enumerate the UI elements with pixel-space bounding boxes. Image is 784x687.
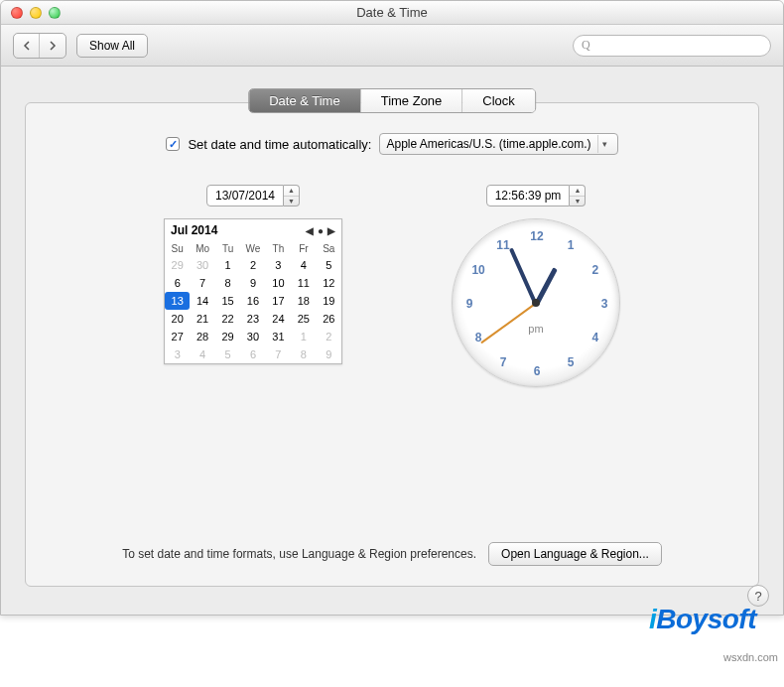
cal-next-icon[interactable]: ▶	[327, 225, 335, 236]
calendar-day[interactable]: 3	[165, 345, 190, 363]
cal-prev-icon[interactable]: ◀	[306, 225, 314, 236]
calendar-day[interactable]: 25	[291, 310, 316, 328]
calendar-day[interactable]: 9	[317, 345, 341, 363]
calendar-day[interactable]: 2	[317, 328, 341, 345]
date-field[interactable]: 13/07/2014	[206, 185, 284, 206]
calendar-day[interactable]: 8	[291, 345, 316, 363]
back-button[interactable]	[14, 34, 40, 58]
date-stepper[interactable]: ▲▼	[284, 185, 300, 206]
cal-today-icon[interactable]: ●	[318, 225, 324, 236]
calendar-grid: SuMoTuWeThFrSa29301234567891011121314151…	[165, 241, 341, 363]
prefs-window: Date & Time Show All Q Date & Time Time …	[0, 0, 784, 616]
calendar-dow: We	[240, 241, 265, 256]
chevron-down-icon: ▾	[597, 135, 611, 153]
calendar-nav: ◀ ● ▶	[306, 225, 335, 236]
stepper-down-icon: ▼	[570, 197, 585, 206]
calendar-day[interactable]: 21	[190, 310, 214, 328]
time-column: 12:56:39 pm ▲▼ pm 121234567891011	[452, 185, 620, 542]
calendar[interactable]: Jul 2014 ◀ ● ▶ SuMoTuWeThFrSa29301234567…	[164, 218, 342, 364]
calendar-day[interactable]: 24	[266, 310, 291, 328]
calendar-day[interactable]: 19	[317, 292, 341, 310]
calendar-day[interactable]: 8	[215, 274, 240, 292]
stepper-up-icon: ▲	[284, 186, 299, 197]
calendar-day[interactable]: 14	[190, 292, 214, 310]
calendar-day[interactable]: 16	[240, 292, 265, 310]
calendar-day[interactable]: 30	[190, 256, 214, 274]
calendar-day[interactable]: 4	[291, 256, 316, 274]
calendar-day[interactable]: 3	[266, 256, 291, 274]
panel: ✓ Set date and time automatically: Apple…	[25, 102, 759, 587]
calendar-month-label: Jul 2014	[171, 223, 217, 237]
calendar-day[interactable]: 5	[215, 345, 240, 363]
watermark-site: wsxdn.com	[723, 651, 778, 663]
clock-number: 4	[592, 331, 599, 344]
calendar-day[interactable]: 13	[165, 292, 190, 310]
forward-button[interactable]	[40, 34, 65, 58]
time-server-combo[interactable]: Apple Americas/U.S. (time.apple.com.) ▾	[379, 133, 617, 155]
calendar-day[interactable]: 2	[240, 256, 265, 274]
time-field-wrap: 12:56:39 pm ▲▼	[486, 185, 587, 206]
calendar-day[interactable]: 12	[317, 274, 341, 292]
calendar-day[interactable]: 22	[215, 310, 240, 328]
clock-number: 7	[500, 355, 507, 369]
time-field[interactable]: 12:56:39 pm	[486, 185, 571, 206]
footer-row: To set date and time formats, use Langua…	[56, 542, 728, 566]
auto-label: Set date and time automatically:	[188, 137, 371, 152]
calendar-day[interactable]: 6	[240, 345, 265, 363]
search-icon: Q	[582, 38, 590, 53]
time-stepper[interactable]: ▲▼	[570, 185, 586, 206]
calendar-day[interactable]: 17	[266, 292, 291, 310]
calendar-day[interactable]: 1	[215, 256, 240, 274]
calendar-day[interactable]: 29	[165, 256, 190, 274]
toolbar: Show All Q	[1, 25, 783, 67]
show-all-button[interactable]: Show All	[76, 34, 148, 58]
calendar-day[interactable]: 26	[317, 310, 341, 328]
calendar-day[interactable]: 23	[240, 310, 265, 328]
clock-number: 2	[592, 263, 599, 277]
calendar-day[interactable]: 7	[190, 274, 214, 292]
calendar-dow: Tu	[215, 241, 240, 256]
analog-clock: pm 121234567891011	[452, 218, 620, 387]
time-server-value: Apple Americas/U.S. (time.apple.com.)	[386, 137, 590, 151]
calendar-header: Jul 2014 ◀ ● ▶	[165, 219, 341, 241]
calendar-day[interactable]: 6	[165, 274, 190, 292]
calendar-day[interactable]: 18	[291, 292, 316, 310]
auto-row: ✓ Set date and time automatically: Apple…	[56, 133, 728, 155]
calendar-day[interactable]: 4	[190, 345, 214, 363]
chevron-right-icon	[48, 41, 58, 51]
calendar-day[interactable]: 15	[215, 292, 240, 310]
calendar-day[interactable]: 28	[190, 328, 214, 345]
stepper-down-icon: ▼	[284, 197, 299, 206]
calendar-day[interactable]: 29	[215, 328, 240, 345]
clock-number: 9	[466, 297, 473, 311]
calendar-day[interactable]: 1	[291, 328, 316, 345]
tab-clock[interactable]: Clock	[462, 89, 535, 112]
clock-ampm: pm	[528, 323, 543, 335]
tab-time-zone[interactable]: Time Zone	[361, 89, 463, 112]
clock-number: 8	[475, 331, 482, 344]
date-column: 13/07/2014 ▲▼ Jul 2014 ◀ ● ▶ SuMoTuW	[164, 185, 342, 542]
calendar-day[interactable]: 20	[165, 310, 190, 328]
clock-number: 12	[530, 229, 543, 243]
calendar-dow: Fr	[291, 241, 316, 256]
nav-back-forward	[13, 33, 66, 59]
clock-number: 1	[568, 238, 575, 252]
calendar-day[interactable]: 27	[165, 328, 190, 345]
calendar-day[interactable]: 11	[291, 274, 316, 292]
calendar-day[interactable]: 10	[266, 274, 291, 292]
search-field[interactable]: Q	[573, 35, 771, 57]
mid-columns: 13/07/2014 ▲▼ Jul 2014 ◀ ● ▶ SuMoTuW	[56, 185, 728, 542]
clock-number: 11	[496, 238, 509, 252]
window-title: Date & Time	[1, 5, 783, 20]
calendar-day[interactable]: 9	[240, 274, 265, 292]
auto-checkbox[interactable]: ✓	[166, 137, 180, 151]
calendar-dow: Sa	[317, 241, 341, 256]
calendar-day[interactable]: 5	[317, 256, 341, 274]
tab-date-time[interactable]: Date & Time	[249, 89, 361, 112]
calendar-day[interactable]: 31	[266, 328, 291, 345]
calendar-day[interactable]: 7	[266, 345, 291, 363]
calendar-day[interactable]: 30	[240, 328, 265, 345]
clock-number: 3	[601, 297, 608, 311]
open-language-region-button[interactable]: Open Language & Region...	[488, 542, 662, 566]
date-field-wrap: 13/07/2014 ▲▼	[206, 185, 300, 206]
